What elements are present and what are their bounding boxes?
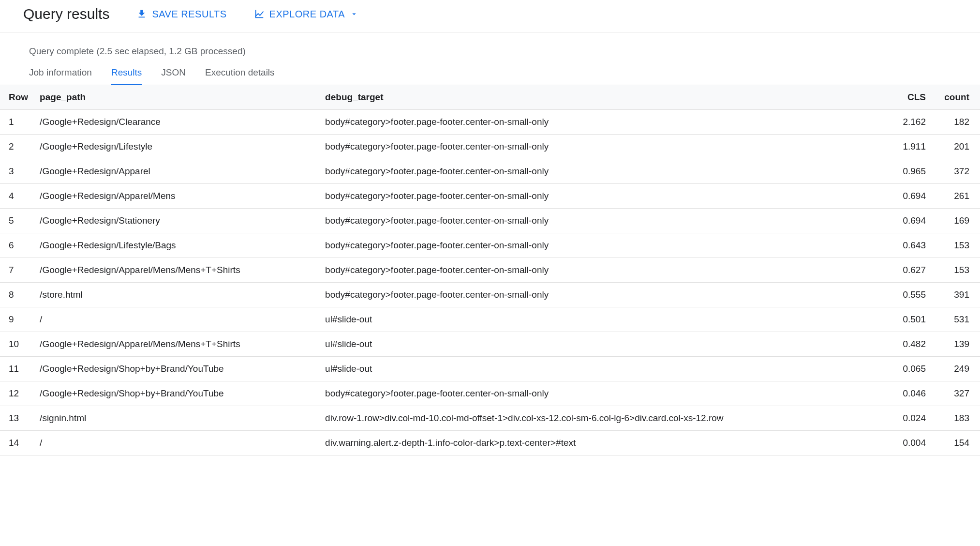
cell-row: 10: [0, 332, 34, 357]
col-page-path: page_path: [34, 85, 319, 110]
table-row[interactable]: 8/store.htmlbody#category>footer.page-fo…: [0, 283, 980, 307]
cell-debug-target: ul#slide-out: [319, 332, 883, 357]
cell-row: 6: [0, 233, 34, 258]
col-count: count: [932, 85, 980, 110]
cell-debug-target: ul#slide-out: [319, 307, 883, 332]
cell-debug-target: body#category>footer.page-footer.center-…: [319, 258, 883, 283]
table-row[interactable]: 11/Google+Redesign/Shop+by+Brand/YouTube…: [0, 357, 980, 381]
cell-cls: 0.555: [883, 283, 932, 307]
cell-debug-target: div.row-1.row>div.col-md-10.col-md-offse…: [319, 406, 883, 431]
table-row[interactable]: 9/ul#slide-out0.501531: [0, 307, 980, 332]
cell-count: 182: [932, 110, 980, 135]
results-header: Query results SAVE RESULTS EXPLORE DATA: [0, 0, 980, 32]
table-row[interactable]: 14/div.warning.alert.z-depth-1.info-colo…: [0, 431, 980, 455]
col-cls: CLS: [883, 85, 932, 110]
cell-row: 7: [0, 258, 34, 283]
table-row[interactable]: 2/Google+Redesign/Lifestylebody#category…: [0, 135, 980, 159]
table-row[interactable]: 3/Google+Redesign/Apparelbody#category>f…: [0, 159, 980, 184]
cell-debug-target: body#category>footer.page-footer.center-…: [319, 283, 883, 307]
cell-debug-target: div.warning.alert.z-depth-1.info-color-d…: [319, 431, 883, 455]
cell-debug-target: ul#slide-out: [319, 357, 883, 381]
cell-page-path: /Google+Redesign/Apparel/Mens/Mens+T+Shi…: [34, 332, 319, 357]
cell-row: 2: [0, 135, 34, 159]
cell-cls: 2.162: [883, 110, 932, 135]
query-status: Query complete (2.5 sec elapsed, 1.2 GB …: [0, 32, 980, 57]
cell-page-path: /: [34, 431, 319, 455]
cell-cls: 0.482: [883, 332, 932, 357]
cell-cls: 0.046: [883, 381, 932, 406]
table-row[interactable]: 4/Google+Redesign/Apparel/Mensbody#categ…: [0, 184, 980, 209]
cell-count: 261: [932, 184, 980, 209]
table-row[interactable]: 12/Google+Redesign/Shop+by+Brand/YouTube…: [0, 381, 980, 406]
cell-count: 201: [932, 135, 980, 159]
cell-cls: 0.024: [883, 406, 932, 431]
table-row[interactable]: 6/Google+Redesign/Lifestyle/Bagsbody#cat…: [0, 233, 980, 258]
table-row[interactable]: 1/Google+Redesign/Clearancebody#category…: [0, 110, 980, 135]
cell-cls: 0.501: [883, 307, 932, 332]
cell-page-path: /Google+Redesign/Shop+by+Brand/YouTube: [34, 381, 319, 406]
cell-row: 11: [0, 357, 34, 381]
cell-page-path: /Google+Redesign/Lifestyle/Bags: [34, 233, 319, 258]
cell-page-path: /: [34, 307, 319, 332]
cell-count: 327: [932, 381, 980, 406]
cell-cls: 0.694: [883, 209, 932, 233]
cell-debug-target: body#category>footer.page-footer.center-…: [319, 381, 883, 406]
cell-count: 249: [932, 357, 980, 381]
save-results-label: SAVE RESULTS: [152, 9, 226, 20]
cell-count: 391: [932, 283, 980, 307]
col-debug-target: debug_target: [319, 85, 883, 110]
cell-page-path: /Google+Redesign/Apparel/Mens/Mens+T+Shi…: [34, 258, 319, 283]
tab-json[interactable]: JSON: [161, 67, 186, 85]
cell-cls: 0.004: [883, 431, 932, 455]
cell-page-path: /Google+Redesign/Apparel: [34, 159, 319, 184]
table-header-row: Row page_path debug_target CLS count: [0, 85, 980, 110]
cell-row: 4: [0, 184, 34, 209]
explore-data-button[interactable]: EXPLORE DATA: [254, 9, 358, 20]
results-table: Row page_path debug_target CLS count 1/G…: [0, 85, 980, 455]
cell-cls: 0.643: [883, 233, 932, 258]
cell-page-path: /Google+Redesign/Lifestyle: [34, 135, 319, 159]
table-row[interactable]: 13/signin.htmldiv.row-1.row>div.col-md-1…: [0, 406, 980, 431]
cell-count: 169: [932, 209, 980, 233]
cell-count: 154: [932, 431, 980, 455]
cell-debug-target: body#category>footer.page-footer.center-…: [319, 110, 883, 135]
cell-cls: 0.627: [883, 258, 932, 283]
cell-page-path: /signin.html: [34, 406, 319, 431]
page-title: Query results: [23, 6, 109, 22]
cell-row: 3: [0, 159, 34, 184]
cell-row: 1: [0, 110, 34, 135]
tab-results[interactable]: Results: [111, 67, 142, 85]
cell-page-path: /store.html: [34, 283, 319, 307]
cell-page-path: /Google+Redesign/Apparel/Mens: [34, 184, 319, 209]
cell-row: 8: [0, 283, 34, 307]
table-row[interactable]: 7/Google+Redesign/Apparel/Mens/Mens+T+Sh…: [0, 258, 980, 283]
cell-cls: 0.065: [883, 357, 932, 381]
explore-data-label: EXPLORE DATA: [269, 9, 345, 20]
table-row[interactable]: 5/Google+Redesign/Stationerybody#categor…: [0, 209, 980, 233]
cell-cls: 0.965: [883, 159, 932, 184]
download-icon: [136, 9, 147, 19]
cell-row: 14: [0, 431, 34, 455]
cell-row: 9: [0, 307, 34, 332]
cell-debug-target: body#category>footer.page-footer.center-…: [319, 135, 883, 159]
tab-execution-details[interactable]: Execution details: [205, 67, 275, 85]
cell-debug-target: body#category>footer.page-footer.center-…: [319, 209, 883, 233]
cell-row: 12: [0, 381, 34, 406]
table-row[interactable]: 10/Google+Redesign/Apparel/Mens/Mens+T+S…: [0, 332, 980, 357]
result-tabs: Job informationResultsJSONExecution deta…: [0, 57, 980, 85]
save-results-button[interactable]: SAVE RESULTS: [136, 9, 226, 20]
chart-icon: [254, 9, 265, 19]
cell-debug-target: body#category>footer.page-footer.center-…: [319, 184, 883, 209]
cell-page-path: /Google+Redesign/Stationery: [34, 209, 319, 233]
dropdown-arrow-icon: [350, 10, 358, 18]
cell-count: 183: [932, 406, 980, 431]
cell-page-path: /Google+Redesign/Shop+by+Brand/YouTube: [34, 357, 319, 381]
cell-page-path: /Google+Redesign/Clearance: [34, 110, 319, 135]
cell-debug-target: body#category>footer.page-footer.center-…: [319, 233, 883, 258]
cell-count: 372: [932, 159, 980, 184]
cell-count: 153: [932, 258, 980, 283]
cell-row: 5: [0, 209, 34, 233]
cell-row: 13: [0, 406, 34, 431]
cell-count: 531: [932, 307, 980, 332]
tab-job-information[interactable]: Job information: [29, 67, 92, 85]
